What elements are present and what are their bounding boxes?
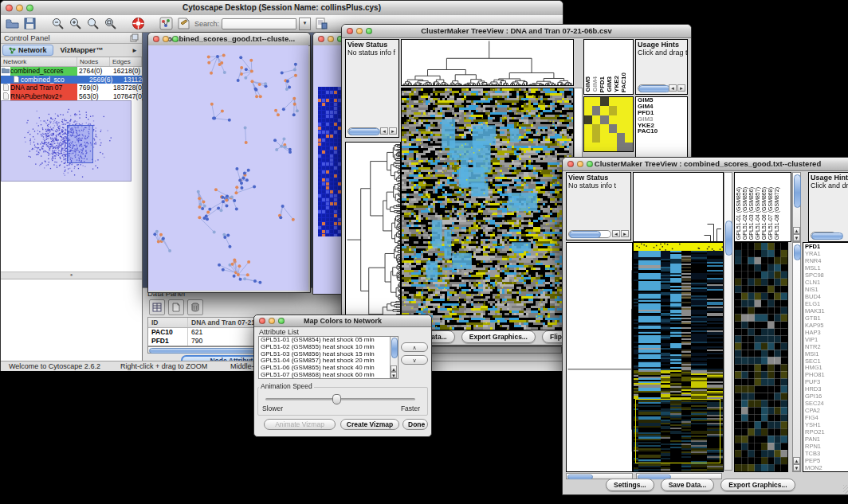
close-button[interactable] — [318, 36, 324, 42]
close-button[interactable] — [6, 5, 13, 12]
gene-label[interactable]: VIP1 — [803, 336, 848, 343]
gene-label[interactable]: MAK31 — [803, 307, 848, 315]
treeview-button[interactable]: Settings... — [606, 479, 654, 491]
dialog-titlebar[interactable]: Map Colors to Network — [254, 315, 431, 327]
row-dendrogram-canvas[interactable] — [345, 142, 401, 330]
scrollbar-thumb[interactable] — [569, 231, 601, 238]
attribute-list-vscrollbar[interactable]: ▲ ▼ — [390, 337, 398, 378]
column-dendrogram-canvas[interactable] — [401, 39, 574, 86]
column-label[interactable]: GPL51-04 (GSM857) — [755, 187, 760, 240]
gene-list-vscrollbar[interactable]: ▲ ▼ — [792, 242, 801, 472]
scroll-left-icon[interactable]: ◄ — [380, 127, 388, 135]
network-overview-canvas[interactable] — [1, 100, 132, 182]
gene-label[interactable]: NIS1 — [803, 286, 848, 293]
zoom-button[interactable] — [278, 318, 285, 324]
close-button[interactable] — [153, 36, 159, 42]
scroll-right-icon[interactable]: ► — [677, 84, 685, 92]
close-button[interactable] — [567, 161, 574, 167]
minimize-button[interactable] — [328, 36, 334, 42]
gene-label[interactable]: TCB3 — [803, 450, 848, 457]
column-label[interactable]: GPL51-08 (GSM872) — [774, 187, 779, 240]
close-button[interactable] — [259, 318, 265, 324]
move-down-button[interactable]: ∨ — [401, 355, 428, 365]
gene-label[interactable]: PHO81 — [803, 371, 848, 378]
column-labels-vscrollbar[interactable]: ▲ ▼ — [792, 172, 801, 242]
zoom-button[interactable] — [366, 28, 372, 34]
open-file-icon[interactable] — [6, 17, 19, 30]
column-label[interactable]: PFD1 — [599, 76, 606, 92]
row-dendrogram-canvas[interactable] — [566, 242, 633, 472]
scrollbar-thumb[interactable] — [391, 338, 398, 358]
done-button[interactable]: Done — [402, 419, 428, 430]
gene-label[interactable]: NTR2 — [803, 343, 848, 350]
gene-label[interactable]: PEP5 — [803, 457, 848, 464]
scrollbar-thumb[interactable] — [811, 232, 843, 240]
gene-label[interactable]: MSL1 — [803, 264, 848, 272]
treeview-button[interactable]: Export Graphics... — [720, 479, 795, 491]
gene-label[interactable]: MSI1 — [803, 350, 848, 357]
network-row[interactable]: RNAPuberNov2+563(0)107847(0) — [1, 92, 142, 101]
usage-hints-hscrollbar[interactable] — [811, 232, 848, 240]
column-label[interactable]: GIM4 — [592, 76, 599, 92]
minimize-button[interactable] — [577, 161, 583, 167]
row-label[interactable]: PAC10 — [636, 128, 687, 135]
gene-label[interactable]: KAP95 — [803, 322, 848, 329]
network-row[interactable]: DNA and Tran 07769(0)183728(0) — [1, 84, 142, 92]
gene-label[interactable]: HRD3 — [803, 385, 848, 393]
scroll-right-icon[interactable]: ► — [621, 230, 629, 237]
zoom-button[interactable] — [26, 5, 33, 12]
scroll-left-icon[interactable]: ◄ — [612, 230, 620, 237]
network-canvas[interactable] — [148, 45, 308, 291]
dense-network-block[interactable] — [318, 87, 342, 236]
network-view-titlebar[interactable]: combined_scores_good.txt--cluste... — [148, 33, 310, 46]
scrollbar-thumb[interactable] — [348, 128, 380, 135]
minimize-button[interactable] — [356, 28, 363, 34]
cytoscape-titlebar[interactable]: Cytoscape Desktop (Session Name: collins… — [1, 1, 563, 16]
control-panel-splitter[interactable]: ● — [1, 272, 142, 279]
zoom-in-icon[interactable] — [69, 17, 82, 30]
float-panel-icon[interactable] — [130, 33, 139, 42]
tab-overflow-arrow[interactable]: ► — [132, 47, 140, 54]
column-dendrogram-canvas[interactable] — [633, 172, 724, 242]
column-label[interactable]: GPL51-07 (GSM868) — [768, 187, 773, 240]
heatmap-canvas[interactable] — [401, 88, 574, 330]
gene-label[interactable]: PFD1 — [803, 243, 848, 250]
tab-network[interactable]: Network — [2, 45, 53, 56]
gene-label[interactable]: SPC98 — [803, 272, 848, 279]
zoom-submatrix[interactable] — [583, 96, 634, 152]
view-status-hscrollbar[interactable]: ◄ ► — [568, 230, 629, 238]
resize-grip[interactable] — [843, 485, 848, 494]
gene-label[interactable]: RPO21 — [803, 428, 848, 436]
search-input[interactable] — [222, 18, 296, 29]
zoom-fit-icon[interactable] — [86, 17, 100, 30]
network-row[interactable]: combined_sco2569(6)13112(15) — [1, 76, 142, 84]
annotation-icon[interactable] — [177, 17, 190, 30]
minimize-button[interactable] — [16, 5, 23, 12]
zoom-button[interactable] — [587, 161, 593, 167]
network-row[interactable]: combined_scores2764(0)16218(0) — [1, 67, 142, 76]
heatmap-vscrollbar[interactable] — [724, 172, 732, 471]
gene-label[interactable]: SEC1 — [803, 357, 848, 365]
column-label[interactable]: GPL51-02 (GSM855) — [742, 187, 748, 240]
gene-label[interactable]: RPN1 — [803, 443, 848, 450]
gene-label[interactable]: YSH1 — [803, 421, 848, 428]
gene-label[interactable]: ELG1 — [803, 300, 848, 307]
delete-attribute-icon[interactable] — [187, 299, 203, 315]
scrollbar-thumb[interactable] — [794, 174, 801, 208]
scrollbar-thumb[interactable] — [638, 85, 670, 92]
scrollbar-thumb[interactable] — [794, 244, 801, 260]
column-label[interactable]: YKE2 — [614, 76, 620, 92]
zoom-submatrix-canvas[interactable] — [734, 242, 788, 472]
minimize-button[interactable] — [269, 318, 275, 324]
column-label[interactable]: PAC10 — [621, 72, 627, 92]
column-label[interactable]: GIM5 — [585, 76, 591, 92]
zoom-selected-icon[interactable] — [104, 17, 117, 30]
report-icon[interactable] — [315, 17, 328, 30]
treeview1-titlebar[interactable]: ClusterMaker TreeView : DNA and Tran 07-… — [342, 25, 691, 38]
column-label[interactable]: GPL51-03 (GSM856) — [748, 187, 754, 240]
gene-label[interactable]: HAP3 — [803, 329, 848, 336]
gene-label[interactable]: FIG4 — [803, 414, 848, 421]
scroll-down-icon[interactable]: ▼ — [391, 372, 397, 378]
gene-label[interactable]: GPI16 — [803, 393, 848, 400]
create-vizmap-button[interactable]: Create Vizmap — [340, 419, 399, 430]
